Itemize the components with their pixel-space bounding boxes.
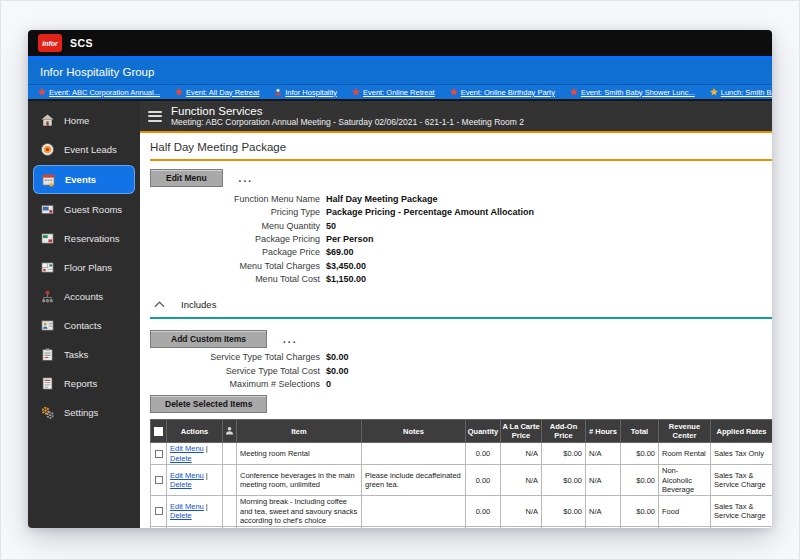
accounts-icon xyxy=(40,289,55,304)
field-value: $69.00 xyxy=(326,247,772,257)
sidebar: Home Event Leads Events Guest Rooms Rese… xyxy=(28,101,140,528)
field-label: Maximum # Selections xyxy=(150,379,320,389)
col-person xyxy=(223,420,237,443)
notes-cell xyxy=(362,496,466,527)
sidebar-item-guest-rooms[interactable]: Guest Rooms xyxy=(28,195,140,224)
field-label: Package Pricing xyxy=(150,234,320,244)
menu-hamburger-icon[interactable] xyxy=(148,111,162,122)
field-label: Menu Quantity xyxy=(150,221,320,231)
tab-event-abc-corporation-annual[interactable]: Event: ABC Corporation Annual... xyxy=(38,88,160,97)
sidebar-item-reservations[interactable]: Reservations xyxy=(28,224,140,253)
a-la-carte-cell: N/A xyxy=(501,527,542,528)
a-la-carte-cell: N/A xyxy=(501,443,542,465)
revenue-center-cell: Food xyxy=(659,496,711,527)
tab-infor-hospitality[interactable]: Infor Hospitality xyxy=(274,88,337,97)
brand-title: Infor Hospitality Group xyxy=(40,66,154,78)
col-revenue-center: Revenue Center xyxy=(659,420,711,443)
col-quantity: Quantity xyxy=(466,420,501,443)
tab-event-all-day-retreat[interactable]: Event: All Day Retreat xyxy=(175,88,259,97)
tab-label: Event: Online Birthday Party xyxy=(461,88,555,97)
link-separator: | xyxy=(204,444,208,453)
item-cell: Meeting room Rental xyxy=(237,443,362,465)
field-value: $0.00 xyxy=(326,352,772,362)
col-hours: # Hours xyxy=(586,420,621,443)
page-header-subtitle: Meeting: ABC Corporation Annual Meeting … xyxy=(171,118,524,128)
tab-event-online-birthday-party[interactable]: Event: Online Birthday Party xyxy=(450,88,555,97)
hours-cell: N/A xyxy=(586,443,621,465)
select-all-checkbox[interactable] xyxy=(154,427,163,436)
tab-label: Event: Smith Baby Shower Lunc... xyxy=(581,88,695,97)
tab-event-smith-baby-shower[interactable]: Event: Smith Baby Shower Lunc... xyxy=(570,88,695,97)
tab-event-online-retreat[interactable]: Event: Online Retreat xyxy=(352,88,435,97)
sidebar-item-label: Floor Plans xyxy=(64,262,112,273)
home-icon xyxy=(40,113,55,128)
link-separator: | xyxy=(204,471,208,480)
sidebar-item-label: Tasks xyxy=(64,349,88,360)
total-cell: $0.00 xyxy=(621,496,659,527)
col-applied-rates: Applied Rates xyxy=(711,420,773,443)
add-custom-items-button[interactable]: Add Custom Items xyxy=(150,330,267,348)
hours-cell: N/A xyxy=(586,465,621,496)
contacts-icon xyxy=(40,318,55,333)
delete-link[interactable]: Delete xyxy=(170,454,192,463)
revenue-center-cell: Food xyxy=(659,527,711,528)
star-icon xyxy=(352,88,360,96)
quantity-cell: 0.00 xyxy=(466,527,501,528)
calendar-icon xyxy=(41,172,56,187)
sidebar-item-contacts[interactable]: Contacts xyxy=(28,311,140,340)
sidebar-item-label: Guest Rooms xyxy=(64,204,122,215)
sidebar-item-event-leads[interactable]: Event Leads xyxy=(28,135,140,164)
field-value: Per Person xyxy=(326,234,772,244)
edit-menu-link[interactable]: Edit Menu xyxy=(170,502,204,511)
item-cell: Conference beverages in the main meeting… xyxy=(237,465,362,496)
guest-rooms-icon xyxy=(40,202,55,217)
sidebar-item-home[interactable]: Home xyxy=(28,106,140,135)
add-on-cell: $0.00 xyxy=(542,443,586,465)
more-options-button[interactable]: ... xyxy=(239,173,253,184)
sidebar-item-label: Contacts xyxy=(64,320,102,331)
field-value: $0.00 xyxy=(326,366,772,376)
top-bar: Infor SCS xyxy=(28,30,772,56)
page-title: Half Day Meeting Package xyxy=(150,141,772,161)
edit-menu-link[interactable]: Edit Menu xyxy=(170,444,204,453)
table-header-row: Actions Item Notes Quantity A La Carte P… xyxy=(151,420,773,443)
quantity-cell: 0.00 xyxy=(466,443,501,465)
field-label: Package Price xyxy=(150,247,320,257)
collapse-chevron-icon[interactable] xyxy=(154,301,165,308)
sidebar-item-floor-plans[interactable]: Floor Plans xyxy=(28,253,140,282)
select-all-header[interactable] xyxy=(151,420,167,443)
row-checkbox[interactable] xyxy=(155,450,163,458)
sidebar-item-label: Reports xyxy=(64,378,97,389)
field-value: 50 xyxy=(326,221,772,231)
col-item: Item xyxy=(237,420,362,443)
row-checkbox[interactable] xyxy=(155,476,163,484)
edit-menu-link[interactable]: Edit Menu xyxy=(170,471,204,480)
sidebar-item-label: Event Leads xyxy=(64,144,117,155)
notes-cell xyxy=(362,527,466,528)
field-value: 0 xyxy=(326,379,772,389)
total-cell: $0.00 xyxy=(621,527,659,528)
sidebar-item-tasks[interactable]: Tasks xyxy=(28,340,140,369)
star-icon xyxy=(38,88,46,96)
delete-link[interactable]: Delete xyxy=(170,511,192,520)
delete-selected-items-button[interactable]: Delete Selected Items xyxy=(150,395,267,413)
sidebar-item-settings[interactable]: Settings xyxy=(28,398,140,427)
sidebar-item-events[interactable]: Events xyxy=(33,165,135,194)
delete-link[interactable]: Delete xyxy=(170,480,192,489)
sidebar-item-reports[interactable]: Reports xyxy=(28,369,140,398)
sidebar-item-label: Accounts xyxy=(64,291,103,302)
a-la-carte-cell: N/A xyxy=(501,496,542,527)
sidebar-item-accounts[interactable]: Accounts xyxy=(28,282,140,311)
applied-rates-cell: Sales Tax Only xyxy=(711,443,773,465)
table-row: Edit Menu | Delete Seasonal lunch buffet… xyxy=(151,527,773,528)
quantity-cell: 0.00 xyxy=(466,496,501,527)
edit-menu-button[interactable]: Edit Menu xyxy=(150,169,223,187)
col-notes: Notes xyxy=(362,420,466,443)
quantity-cell: 0.00 xyxy=(466,465,501,496)
add-on-cell: $0.00 xyxy=(542,496,586,527)
row-checkbox[interactable] xyxy=(155,507,163,515)
item-cell: Morning break - Including coffee and tea… xyxy=(237,496,362,527)
custom-more-options-button[interactable]: ... xyxy=(283,334,297,345)
star-icon xyxy=(710,88,718,96)
tab-lunch-smith-baby-shower[interactable]: Lunch: Smith Baby Shower Lunc... xyxy=(710,88,772,97)
